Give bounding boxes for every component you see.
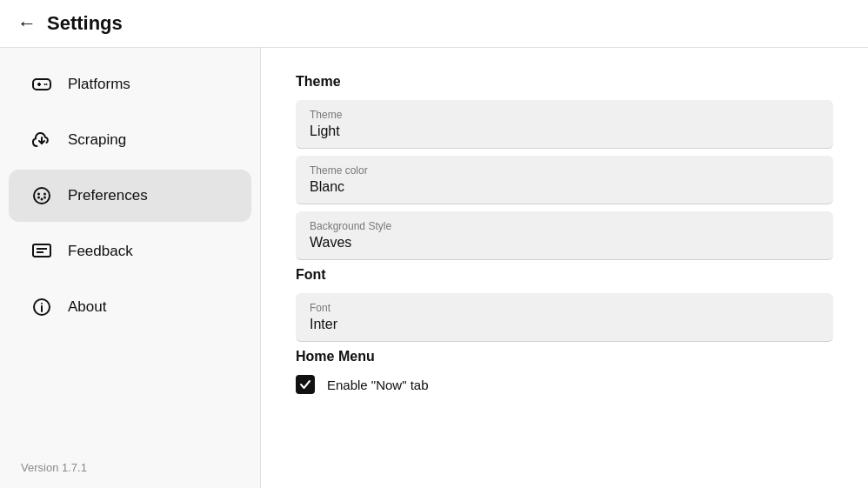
background-style-value: Waves: [310, 235, 819, 251]
main-content: Theme Theme Light Theme color Blanc Back…: [261, 48, 868, 488]
svg-point-8: [37, 197, 40, 199]
feedback-icon: [30, 239, 54, 264]
enable-now-tab-row[interactable]: Enable "Now" tab: [296, 375, 833, 394]
version-label: Version 1.7.1: [21, 461, 87, 474]
sidebar-item-scraping[interactable]: Scraping: [9, 114, 251, 166]
font-select-field[interactable]: Font Inter: [296, 293, 833, 342]
sidebar-item-preferences-label: Preferences: [68, 187, 148, 204]
back-button[interactable]: ←: [17, 12, 37, 35]
svg-point-6: [37, 193, 40, 196]
enable-now-tab-label: Enable "Now" tab: [327, 378, 429, 392]
svg-point-9: [41, 198, 43, 201]
theme-section: Theme Theme Light Theme color Blanc Back…: [296, 74, 833, 260]
header: ← Settings: [0, 0, 868, 48]
svg-point-5: [34, 188, 50, 204]
font-select-label: Font: [310, 302, 819, 314]
sidebar-item-feedback[interactable]: Feedback: [9, 225, 251, 277]
content-area: Platforms Scraping: [0, 48, 868, 488]
theme-section-title: Theme: [296, 74, 833, 90]
home-menu-section-title: Home Menu: [296, 349, 833, 364]
font-section-title: Font: [296, 267, 833, 283]
sidebar-item-feedback-label: Feedback: [68, 243, 133, 260]
svg-rect-0: [33, 79, 50, 90]
info-icon: [30, 295, 54, 319]
sidebar-item-platforms-label: Platforms: [68, 76, 130, 93]
home-menu-section: Home Menu Enable "Now" tab: [296, 349, 833, 394]
gamepad-icon: [30, 72, 54, 97]
cloud-download-icon: [30, 128, 54, 152]
svg-point-3: [44, 84, 46, 85]
palette-icon: [30, 184, 54, 208]
page-title: Settings: [47, 12, 123, 35]
theme-select-label: Theme: [310, 109, 819, 121]
theme-color-value: Blanc: [310, 179, 819, 195]
theme-select-value: Light: [310, 124, 819, 139]
svg-rect-11: [33, 244, 50, 257]
font-select-value: Inter: [310, 317, 819, 332]
sidebar-item-about-label: About: [68, 298, 106, 316]
sidebar: Platforms Scraping: [0, 48, 261, 488]
svg-point-4: [46, 84, 48, 85]
background-style-field[interactable]: Background Style Waves: [296, 211, 833, 260]
sidebar-item-about[interactable]: About: [9, 281, 251, 333]
sidebar-item-preferences[interactable]: Preferences: [9, 170, 251, 222]
svg-point-16: [41, 303, 43, 304]
font-section: Font Font Inter: [296, 267, 833, 342]
sidebar-item-scraping-label: Scraping: [68, 131, 126, 149]
svg-point-10: [43, 197, 46, 199]
svg-point-7: [43, 193, 46, 196]
background-style-label: Background Style: [310, 220, 819, 232]
theme-color-label: Theme color: [310, 164, 819, 177]
theme-color-field[interactable]: Theme color Blanc: [296, 156, 833, 204]
sidebar-item-platforms[interactable]: Platforms: [9, 58, 251, 110]
enable-now-tab-checkbox[interactable]: [296, 375, 315, 394]
theme-select-field[interactable]: Theme Light: [296, 100, 833, 149]
